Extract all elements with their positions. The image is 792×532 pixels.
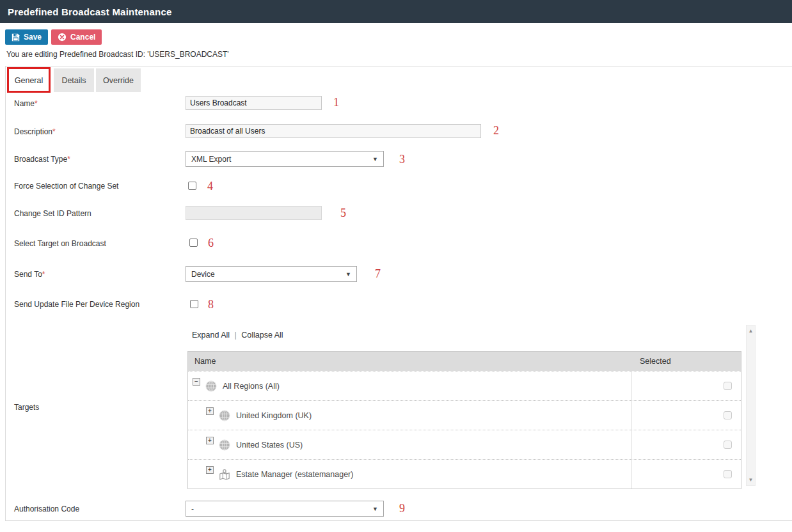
tree-cell-selected (631, 460, 741, 489)
collapse-toggle-icon[interactable]: − (193, 378, 200, 386)
selected-checkbox[interactable] (724, 382, 732, 390)
title-bar: Predefined Broadcast Maintenance (0, 0, 792, 23)
tree-node-label: United Kingdom (UK) (236, 411, 312, 420)
annotation-number-4: 4 (207, 180, 213, 192)
tree-cell-selected (631, 430, 741, 459)
broadcast-type-select[interactable]: XML Export ▼ (186, 151, 384, 167)
tree-row-united-kingdom[interactable]: + United Kingdom (UK) (188, 400, 741, 430)
force-selection-label: Force Selection of Change Set (14, 182, 182, 191)
tab-override[interactable]: Override (96, 68, 141, 92)
annotation-number-8: 8 (208, 299, 214, 310)
tab-details-label: Details (61, 76, 86, 85)
targets-table-header: Name Selected (188, 352, 741, 371)
chevron-down-icon: ▼ (345, 271, 351, 278)
required-asterisk: * (67, 155, 70, 164)
selected-checkbox[interactable] (724, 441, 732, 449)
annotation-number-5: 5 (340, 207, 346, 219)
globe-icon (205, 380, 217, 392)
tab-general[interactable]: General (9, 68, 49, 92)
send-update-per-region-label: Send Update File Per Device Region (14, 300, 182, 309)
annotation-number-9: 9 (399, 503, 405, 514)
select-target-label: Select Target on Broadcast (14, 239, 182, 248)
required-asterisk: * (42, 270, 45, 279)
authorisation-code-select[interactable]: - ▼ (186, 501, 384, 517)
name-label: Name* (14, 99, 182, 108)
scroll-up-icon[interactable]: ▲ (747, 328, 755, 334)
tree-cell-selected (631, 401, 741, 430)
send-to-label: Send To* (14, 270, 182, 279)
estate-manager-icon (219, 469, 230, 480)
column-header-name: Name (188, 357, 631, 366)
description-label: Description* (14, 127, 182, 136)
tree-row-estate-manager[interactable]: + Estate Manager (estatemanager) (188, 459, 741, 489)
authorisation-code-value: - (191, 505, 368, 513)
tree-links: Expand All | Collapse All (192, 331, 283, 340)
name-input[interactable] (186, 96, 322, 110)
tree-node-label: All Regions (All) (223, 382, 280, 391)
cancel-icon (58, 33, 67, 42)
expand-toggle-icon[interactable]: + (206, 437, 214, 444)
page: Predefined Broadcast Maintenance Save Ca… (0, 0, 792, 532)
broadcast-type-value: XML Export (191, 155, 368, 164)
editing-notice: You are editing Predefined Broadcast ID:… (6, 50, 229, 59)
column-header-selected: Selected (631, 357, 741, 366)
selected-checkbox[interactable] (724, 470, 732, 478)
annotation-number-6: 6 (208, 237, 214, 249)
tab-override-label: Override (103, 76, 134, 85)
chevron-down-icon: ▼ (372, 156, 378, 162)
change-set-id-pattern-label: Change Set ID Pattern (14, 209, 182, 218)
authorisation-code-label: Authorisation Code (14, 505, 182, 513)
annotation-number-1: 1 (333, 97, 339, 108)
annotation-number-2: 2 (493, 125, 499, 136)
send-to-value: Device (191, 270, 342, 279)
send-to-select[interactable]: Device ▼ (186, 266, 357, 282)
tree-row-united-states[interactable]: + United States (US) (188, 430, 741, 459)
targets-label: Targets (14, 403, 182, 412)
tree-cell-name: + Estate Manager (estatemanager) (188, 460, 631, 489)
cancel-button-label: Cancel (70, 33, 95, 42)
collapse-all-link[interactable]: Collapse All (241, 331, 283, 340)
tree-cell-selected (631, 372, 741, 400)
annotation-number-7: 7 (375, 268, 381, 279)
tree-node-label: United States (US) (236, 441, 303, 450)
globe-icon (219, 410, 230, 421)
required-asterisk: * (52, 127, 56, 136)
selected-checkbox[interactable] (724, 411, 732, 419)
select-target-checkbox[interactable] (189, 239, 198, 247)
save-icon (12, 33, 20, 42)
tab-general-label: General (15, 76, 43, 85)
tab-details[interactable]: Details (54, 68, 94, 92)
broadcast-type-label: Broadcast Type* (14, 155, 182, 164)
send-update-per-region-checkbox[interactable] (190, 300, 198, 308)
annotation-number-3: 3 (399, 153, 405, 165)
globe-icon (219, 439, 230, 451)
force-selection-checkbox[interactable] (188, 182, 196, 190)
scroll-down-icon[interactable]: ▼ (747, 477, 755, 483)
tree-cell-name: − All Regions (All) (188, 372, 631, 400)
expand-toggle-icon[interactable]: + (206, 466, 214, 474)
targets-panel: Expand All | Collapse All Name Selected … (187, 325, 756, 486)
tree-node-label: Estate Manager (estatemanager) (236, 470, 353, 479)
cancel-button[interactable]: Cancel (51, 29, 102, 45)
page-title: Predefined Broadcast Maintenance (0, 6, 171, 17)
tree-row-all-regions[interactable]: − All Regions (All) (188, 371, 741, 400)
tree-cell-name: + United States (US) (188, 430, 631, 459)
save-button-label: Save (24, 33, 42, 42)
change-set-id-pattern-input (186, 206, 322, 220)
targets-table: Name Selected − All Regions (All) (187, 351, 741, 489)
vertical-scrollbar[interactable]: ▲ ▼ (746, 325, 756, 486)
expand-all-link[interactable]: Expand All (192, 331, 230, 340)
required-asterisk: * (35, 99, 38, 108)
toolbar: Save Cancel (5, 29, 102, 45)
save-button[interactable]: Save (5, 29, 48, 45)
expand-toggle-icon[interactable]: + (206, 407, 214, 415)
tree-cell-name: + United Kingdom (UK) (188, 401, 631, 430)
description-input[interactable] (186, 124, 481, 138)
link-separator: | (235, 331, 237, 340)
chevron-down-icon: ▼ (372, 506, 378, 512)
